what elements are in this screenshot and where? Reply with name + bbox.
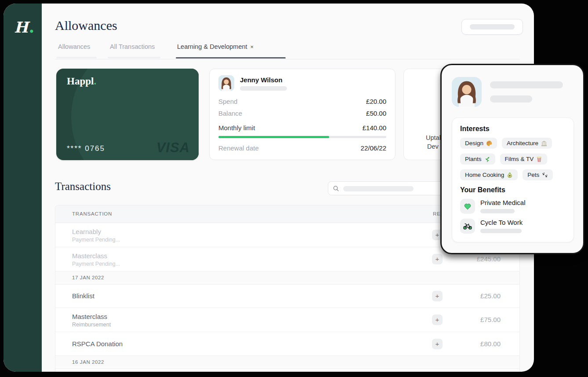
transaction-name: Masterclass [72, 313, 107, 320]
table-row-partial [55, 369, 519, 372]
tab-underline-inactive [56, 57, 97, 59]
transaction-amount: £25.00 [480, 292, 501, 300]
interests-benefits-card: Interests Design Architecture Plants Fil… [452, 117, 574, 242]
close-tab-icon[interactable]: × [250, 44, 254, 50]
chip-home-cooking[interactable]: Home Cooking [460, 169, 518, 180]
benefit-name: Cycle To Work [480, 219, 523, 226]
transaction-status: Reimbursement [72, 322, 111, 328]
heart-icon [460, 199, 475, 214]
employee-name: Jenny Wilson [240, 76, 287, 84]
search-placeholder-skeleton [343, 186, 414, 191]
add-receipt-button[interactable]: + [432, 291, 443, 301]
date-separator: 17 JAN 2022 [55, 271, 519, 285]
limit-progress-track [218, 136, 386, 138]
paw-prints-icon [542, 172, 548, 178]
transaction-name: Blinklist [72, 292, 94, 300]
avocado-icon [507, 172, 513, 178]
employee-subtitle-skeleton [240, 86, 287, 91]
transaction-status: Payment Pending... [72, 237, 120, 243]
header-action-skeleton [470, 24, 515, 29]
card-brand-dot: . [94, 76, 96, 87]
add-receipt-button[interactable]: + [432, 339, 443, 349]
add-receipt-button[interactable]: + [432, 254, 443, 264]
chip-pets[interactable]: Pets [523, 169, 553, 180]
profile-subtitle-skeleton [490, 95, 532, 102]
chip-plants[interactable]: Plants [460, 154, 495, 165]
limit-progress-fill [218, 136, 329, 138]
tab-all-transactions[interactable]: All Transactions [110, 43, 155, 50]
header-action-button[interactable] [461, 19, 523, 35]
hidden-card-text-line2: Dev [427, 143, 439, 150]
card-brand-logo: Happl. [67, 76, 96, 87]
interests-title: Interests [460, 125, 566, 133]
spend-value: £20.00 [366, 98, 386, 105]
tab-underline-inactive [108, 57, 160, 59]
transaction-name: RSPCA Donation [72, 340, 123, 348]
transaction-name: Masterclass [72, 252, 107, 260]
profile-name-skeleton [490, 81, 563, 88]
monthly-limit-label: Monthly limit [218, 124, 255, 132]
benefit-private-medical: Private Medical [460, 199, 566, 214]
avatar [452, 77, 482, 107]
balance-label: Balance [218, 110, 242, 117]
table-row[interactable]: Blinklist + £25.00 [55, 285, 519, 308]
date-separator: 16 JAN 2022 [55, 356, 519, 369]
column-header-receipt: RE [433, 211, 441, 216]
transactions-title: Transactions [55, 180, 111, 193]
transaction-name: Learnably [72, 228, 101, 235]
tab-underline-active [176, 57, 286, 59]
card-masked-number: **** 0765 [67, 144, 105, 153]
virtual-card: Happl. **** 0765 VISA [56, 69, 199, 160]
popcorn-icon [536, 156, 542, 162]
column-header-transaction: TRANSACTION [72, 211, 112, 216]
transaction-amount: £75.00 [480, 316, 501, 323]
renewal-date-label: Renewal date [218, 144, 259, 152]
herb-icon [484, 156, 490, 162]
benefit-skeleton [480, 209, 515, 213]
balance-value: £50.00 [366, 110, 386, 117]
benefits-title: Your Benefits [460, 186, 566, 194]
chip-architecture[interactable]: Architecture [502, 138, 552, 149]
benefit-skeleton [480, 229, 522, 233]
benefit-name: Private Medical [480, 199, 526, 206]
avatar-image [218, 75, 234, 91]
tabs-divider [55, 59, 520, 59]
screenshot-stage: H. Allowances Allowances All Transaction… [0, 0, 588, 377]
profile-overlay-panel: Interests Design Architecture Plants Fil… [440, 64, 584, 254]
app-logo-letter: H [14, 18, 29, 36]
transaction-amount: £80.00 [480, 340, 501, 348]
transaction-status: Payment Pending... [72, 261, 120, 267]
benefit-cycle-to-work: Cycle To Work [460, 219, 566, 234]
avatar-image [452, 77, 482, 107]
app-logo-dot: . [29, 17, 35, 37]
classical-building-icon [541, 140, 547, 146]
visa-logo: VISA [156, 140, 190, 156]
search-icon [333, 185, 339, 192]
monthly-limit-value: £140.00 [363, 124, 386, 132]
renewal-date-value: 22/06/22 [361, 144, 386, 152]
chip-design[interactable]: Design [460, 138, 497, 149]
sidebar: H. [4, 4, 42, 372]
interest-chips: Design Architecture Plants Films & TV Ho… [460, 138, 566, 180]
table-row[interactable]: RSPCA Donation + £80.00 [55, 332, 519, 356]
chip-films-tv[interactable]: Films & TV [500, 154, 548, 165]
app-logo: H. [14, 17, 35, 37]
bicycle-icon [460, 219, 475, 234]
tab-allowances[interactable]: Allowances [58, 43, 90, 50]
page-title: Allowances [55, 18, 117, 33]
allowance-summary-card: Jenny Wilson Spend£20.00 Balance£50.00 M… [209, 69, 396, 160]
spend-label: Spend [218, 98, 237, 105]
table-row[interactable]: Masterclass Reimbursement + £75.00 [55, 308, 519, 332]
palette-icon [486, 140, 492, 146]
tab-learning-development[interactable]: Learning & Development× [177, 43, 254, 50]
avatar [218, 75, 234, 91]
transaction-amount: £245.00 [477, 255, 501, 263]
add-receipt-button[interactable]: + [432, 315, 443, 325]
